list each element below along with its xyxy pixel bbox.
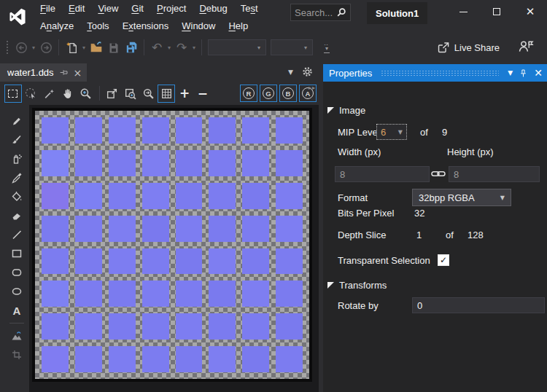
menu-file[interactable]: File [34, 0, 62, 17]
close-panel-icon[interactable]: ✕ [534, 67, 543, 79]
undo-dropdown[interactable]: ▾ [166, 44, 173, 51]
texture-cell[interactable] [42, 346, 69, 372]
texture-cell[interactable] [42, 117, 69, 144]
texture-cell[interactable] [142, 216, 169, 242]
texture-cell[interactable] [209, 183, 236, 209]
texture-cell[interactable] [75, 216, 102, 242]
format-dropdown[interactable]: 32bpp RGBA ▼ [412, 189, 511, 206]
pencil-tool-button[interactable] [7, 111, 26, 130]
menu-help[interactable]: Help [222, 17, 255, 35]
texture-cell[interactable] [75, 346, 102, 372]
rounded-rectangle-tool-button[interactable] [7, 263, 26, 282]
fill-window-button[interactable] [139, 85, 157, 103]
texture-cell[interactable] [75, 248, 102, 275]
texture-cell[interactable] [142, 150, 169, 176]
eraser-tool-button[interactable] [7, 206, 26, 225]
new-file-button[interactable] [63, 38, 80, 57]
texture-cell[interactable] [42, 216, 69, 242]
close-button[interactable]: ✕ [513, 0, 547, 23]
rect-select-tool-button[interactable] [4, 85, 22, 103]
blue-channel-button[interactable]: B [279, 85, 297, 102]
search-box[interactable]: Search... [290, 4, 351, 21]
live-share-button[interactable]: Live Share [436, 35, 500, 60]
texture-cell[interactable] [209, 150, 236, 176]
window-position-chevron-icon[interactable]: ▼ [508, 69, 513, 77]
menu-tools[interactable]: Tools [80, 17, 115, 35]
texture-cell[interactable] [75, 150, 102, 176]
link-chain-icon[interactable] [431, 169, 446, 179]
feedback-button[interactable] [518, 39, 534, 57]
mip-level-dropdown[interactable]: 6 ▼ [376, 124, 407, 140]
texture-cell[interactable] [176, 281, 203, 307]
texture-cell[interactable] [142, 248, 169, 275]
texture-cell[interactable] [109, 216, 136, 242]
menu-view[interactable]: View [91, 0, 125, 17]
editor-toolbar-overflow[interactable]: ▸▸ [309, 85, 316, 91]
green-channel-button[interactable]: G [260, 85, 277, 102]
texture-cell[interactable] [209, 248, 236, 275]
width-input[interactable]: 8 [335, 166, 430, 182]
texture-cell[interactable] [75, 313, 102, 340]
toolbar-combobox-1[interactable]: ▾ [208, 39, 266, 55]
texture-cell[interactable] [209, 346, 236, 372]
menu-test[interactable]: Test [234, 0, 265, 17]
properties-header[interactable]: Properties ▼ ✕ [323, 64, 547, 82]
texture-cell[interactable] [276, 313, 303, 340]
open-file-button[interactable] [88, 38, 105, 57]
texture-cell[interactable] [109, 248, 136, 275]
texture-cell[interactable] [109, 150, 136, 176]
crop-tool-button[interactable] [7, 345, 26, 364]
texture-cell[interactable] [176, 346, 203, 372]
texture-cell[interactable] [142, 117, 169, 144]
redo-button[interactable]: ↷ [173, 38, 190, 57]
texture-cell[interactable] [176, 216, 203, 242]
texture-cell[interactable] [242, 346, 269, 372]
texture-cell[interactable] [242, 183, 269, 209]
texture-cell[interactable] [42, 150, 69, 176]
texture-cell[interactable] [276, 248, 303, 275]
menu-git[interactable]: Git [125, 0, 150, 17]
texture-cell[interactable] [242, 313, 269, 340]
toolbar-grip[interactable] [6, 40, 9, 55]
save-button[interactable] [105, 38, 123, 57]
texture-cell[interactable] [142, 183, 169, 209]
texture-cell[interactable] [75, 183, 102, 209]
red-channel-button[interactable]: R [240, 85, 257, 102]
texture-cell[interactable] [276, 183, 303, 209]
texture-cell[interactable] [242, 150, 269, 176]
tab-water1-dds[interactable]: water1.dds × [0, 63, 87, 82]
texture-cell[interactable] [176, 150, 203, 176]
rotate-by-input[interactable]: 0 [412, 297, 545, 313]
nav-back-dropdown[interactable]: ▾ [30, 44, 37, 51]
zoom-out-button[interactable]: − [194, 85, 212, 103]
texture-cell[interactable] [142, 281, 169, 307]
texture-cell[interactable] [42, 313, 69, 340]
texture-cell[interactable] [209, 216, 236, 242]
undo-button[interactable]: ↶ [148, 38, 166, 57]
texture-cell[interactable] [42, 248, 69, 275]
texture-cell[interactable] [209, 117, 236, 144]
zoom-in-button[interactable]: + [176, 85, 193, 103]
texture-cell[interactable] [42, 281, 69, 307]
pin-icon[interactable] [59, 68, 69, 77]
fill-tool-button[interactable] [7, 187, 26, 206]
tab-close-icon[interactable]: × [74, 67, 82, 79]
navigate-forward-button[interactable] [37, 38, 55, 57]
texture-cell[interactable] [176, 117, 203, 144]
texture-cell[interactable] [109, 117, 136, 144]
texture-cell[interactable] [276, 346, 303, 372]
selection-arrow-tool-button[interactable] [23, 85, 40, 103]
eyedropper-tool-button[interactable] [7, 168, 26, 187]
menu-debug[interactable]: Debug [193, 0, 233, 17]
texture-cell[interactable] [209, 313, 236, 340]
texture-cell[interactable] [75, 281, 102, 307]
gradient-tool-button[interactable] [7, 326, 26, 345]
texture-cell[interactable] [109, 313, 136, 340]
texture-cell[interactable] [242, 248, 269, 275]
texture-cell[interactable] [242, 117, 269, 144]
document-list-chevron-icon[interactable]: ▼ [288, 68, 293, 76]
grid-toggle-button[interactable] [158, 85, 175, 103]
rectangle-tool-button[interactable] [7, 244, 26, 263]
texture-cell[interactable] [109, 281, 136, 307]
image-section-header[interactable]: Image [327, 105, 365, 116]
